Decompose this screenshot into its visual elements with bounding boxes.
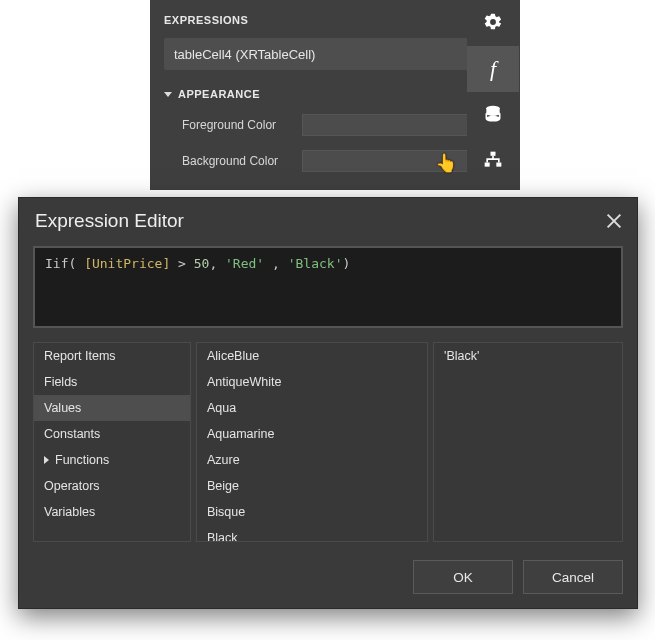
category-item[interactable]: Constants — [34, 421, 190, 447]
svg-rect-4 — [485, 162, 490, 166]
svg-rect-3 — [491, 151, 496, 155]
description-pane: 'Black' — [433, 342, 623, 542]
dialog-buttons: OK Cancel — [33, 560, 623, 594]
background-color-label: Background Color — [182, 154, 302, 168]
appearance-section-header[interactable]: APPEARANCE — [164, 88, 508, 100]
svg-rect-5 — [496, 162, 501, 166]
structure-button[interactable] — [467, 138, 519, 184]
element-dropdown[interactable]: tableCell4 (XRTableCell) — [164, 38, 508, 70]
code-keyword: Iif — [45, 256, 68, 271]
category-label: Fields — [44, 375, 77, 389]
value-list: AliceBlueAntiqueWhiteAquaAquamarineAzure… — [196, 342, 428, 542]
value-item[interactable]: AntiqueWhite — [197, 369, 427, 395]
expression-textarea[interactable]: Iif( [UnitPrice] > 50, 'Red' , 'Black') — [33, 246, 623, 328]
value-item[interactable]: Aquamarine — [197, 421, 427, 447]
section-label: APPEARANCE — [178, 88, 260, 100]
value-item[interactable]: Black — [197, 525, 427, 542]
sitemap-icon — [483, 150, 503, 173]
category-label: Operators — [44, 479, 100, 493]
dialog-titlebar: Expression Editor — [19, 198, 637, 246]
database-icon — [483, 104, 503, 127]
category-item[interactable]: Operators — [34, 473, 190, 499]
background-color-row: Background Color ... — [164, 150, 508, 172]
category-browser: Report ItemsFieldsValuesConstantsFunctio… — [33, 342, 623, 542]
value-item[interactable]: Azure — [197, 447, 427, 473]
ok-button[interactable]: OK — [413, 560, 513, 594]
dialog-title: Expression Editor — [35, 210, 184, 232]
expression-editor-dialog: Expression Editor Iif( [UnitPrice] > 50,… — [18, 197, 638, 609]
category-item[interactable]: Functions — [34, 447, 190, 473]
value-item[interactable]: Bisque — [197, 499, 427, 525]
category-label: Functions — [55, 453, 109, 467]
category-item[interactable]: Fields — [34, 369, 190, 395]
expressions-title: EXPRESSIONS — [164, 14, 508, 26]
svg-point-2 — [486, 115, 499, 120]
cancel-button[interactable]: Cancel — [523, 560, 623, 594]
background-color-input[interactable] — [302, 150, 486, 172]
description-text: 'Black' — [434, 343, 622, 369]
foreground-color-input[interactable] — [302, 114, 486, 136]
side-toolbar: f — [467, 0, 519, 184]
chevron-right-icon — [44, 456, 49, 464]
category-label: Variables — [44, 505, 95, 519]
value-item[interactable]: Aqua — [197, 395, 427, 421]
expressions-panel: EXPRESSIONS tableCell4 (XRTableCell) APP… — [150, 0, 520, 190]
category-label: Values — [44, 401, 81, 415]
fx-icon: f — [490, 56, 496, 82]
gear-icon — [483, 12, 503, 35]
value-item[interactable]: Beige — [197, 473, 427, 499]
foreground-color-row: Foreground Color ... — [164, 114, 508, 136]
expressions-button[interactable]: f — [467, 46, 519, 92]
category-item[interactable]: Values — [34, 395, 190, 421]
svg-point-1 — [486, 110, 499, 115]
foreground-color-label: Foreground Color — [182, 118, 302, 132]
category-label: Report Items — [44, 349, 116, 363]
settings-button[interactable] — [467, 0, 519, 46]
category-label: Constants — [44, 427, 100, 441]
close-button[interactable] — [605, 212, 623, 230]
value-item[interactable]: AliceBlue — [197, 343, 427, 369]
chevron-down-icon — [164, 92, 172, 97]
category-item[interactable]: Variables — [34, 499, 190, 525]
data-button[interactable] — [467, 92, 519, 138]
dropdown-label: tableCell4 (XRTableCell) — [174, 47, 315, 62]
category-item[interactable]: Report Items — [34, 343, 190, 369]
category-list: Report ItemsFieldsValuesConstantsFunctio… — [33, 342, 191, 542]
